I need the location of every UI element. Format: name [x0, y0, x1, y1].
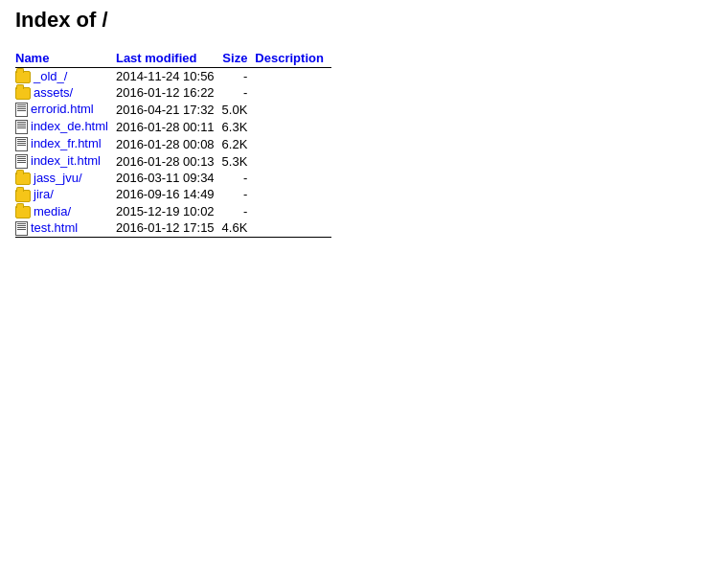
- table-row: errorid.html2016-04-21 17:325.0K: [15, 101, 331, 118]
- file-size: 4.6K: [222, 219, 256, 238]
- file-modified: 2016-01-28 00:13: [116, 152, 222, 170]
- file-modified: 2016-09-16 14:49: [116, 186, 222, 202]
- table-row: media/2015-12-19 10:02-: [15, 203, 331, 219]
- file-listing-table: Name Last modified Size Description _old…: [15, 48, 331, 255]
- table-footer: [15, 237, 331, 255]
- file-modified: 2016-01-12 17:15: [116, 219, 222, 238]
- file-link[interactable]: test.html: [31, 220, 78, 235]
- file-modified: 2016-01-28 00:11: [116, 118, 222, 135]
- file-modified: 2016-04-21 17:32: [116, 101, 222, 118]
- file-icon: [15, 120, 28, 134]
- file-size: -: [222, 203, 256, 219]
- file-icon: [15, 221, 28, 236]
- file-description: [255, 84, 331, 101]
- file-size: -: [222, 186, 256, 202]
- file-size: 5.0K: [222, 101, 256, 118]
- file-link[interactable]: media/: [34, 204, 71, 218]
- page-title: Index of /: [15, 8, 713, 33]
- table-row: jira/2016-09-16 14:49-: [15, 186, 331, 202]
- table-row: index_fr.html2016-01-28 00:086.2K: [15, 135, 331, 152]
- folder-icon: [15, 87, 31, 100]
- file-size: 6.2K: [222, 135, 256, 152]
- file-size: -: [222, 170, 256, 186]
- folder-icon: [15, 71, 31, 83]
- file-size: 5.3K: [222, 152, 256, 170]
- file-description: [255, 186, 331, 202]
- table-row: index_it.html2016-01-28 00:135.3K: [15, 152, 331, 170]
- sort-by-modified[interactable]: Last modified: [116, 51, 197, 65]
- file-modified: 2016-01-28 00:08: [116, 135, 222, 152]
- file-icon: [15, 154, 28, 169]
- file-link[interactable]: jass_jvu/: [34, 171, 82, 185]
- table-row: test.html2016-01-12 17:154.6K: [15, 219, 331, 238]
- file-modified: 2016-01-12 16:22: [116, 84, 222, 101]
- file-icon: [15, 137, 28, 151]
- file-description: [255, 118, 331, 135]
- file-link[interactable]: errorid.html: [31, 102, 94, 116]
- file-link[interactable]: index_de.html: [31, 119, 108, 133]
- file-description: [255, 152, 331, 170]
- sort-by-name[interactable]: Name: [15, 51, 49, 65]
- file-modified: 2014-11-24 10:56: [116, 68, 222, 85]
- table-row: _old_/2014-11-24 10:56-: [15, 68, 331, 85]
- file-link[interactable]: index_fr.html: [31, 136, 102, 150]
- file-description: [255, 135, 331, 152]
- file-link[interactable]: index_it.html: [31, 153, 101, 168]
- file-description: [255, 203, 331, 219]
- file-link[interactable]: jira/: [34, 187, 54, 201]
- file-modified: 2016-03-11 09:34: [116, 170, 222, 186]
- file-size: 6.3K: [222, 118, 256, 135]
- file-link[interactable]: assets/: [34, 85, 73, 100]
- file-size: -: [222, 68, 256, 85]
- sort-by-description[interactable]: Description: [255, 51, 324, 65]
- file-description: [255, 219, 331, 238]
- table-row: assets/2016-01-12 16:22-: [15, 84, 331, 101]
- table-row: index_de.html2016-01-28 00:116.3K: [15, 118, 331, 135]
- folder-icon: [15, 190, 31, 202]
- file-link[interactable]: _old_/: [34, 69, 67, 83]
- table-row: jass_jvu/2016-03-11 09:34-: [15, 170, 331, 186]
- folder-icon: [15, 206, 31, 218]
- file-description: [255, 101, 331, 118]
- folder-icon: [15, 172, 31, 185]
- sort-by-size[interactable]: Size: [222, 51, 247, 65]
- file-description: [255, 170, 331, 186]
- file-description: [255, 68, 331, 85]
- file-icon: [15, 103, 28, 117]
- file-modified: 2015-12-19 10:02: [116, 203, 222, 219]
- file-size: -: [222, 84, 256, 101]
